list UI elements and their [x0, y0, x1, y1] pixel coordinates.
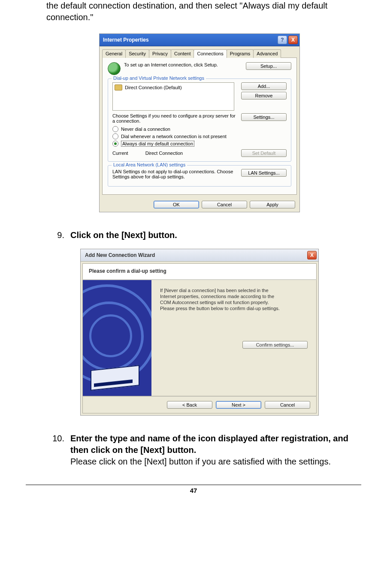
step-number: 9.	[46, 229, 70, 241]
intro-text: the default connection destination, and …	[46, 0, 353, 23]
tab-programs[interactable]: Programs	[227, 49, 254, 58]
radio-icon	[112, 126, 118, 132]
tab-privacy[interactable]: Privacy	[149, 49, 171, 58]
tab-content[interactable]: Content	[171, 49, 194, 58]
internet-properties-dialog: Internet Properties ? X General Security…	[99, 33, 300, 212]
help-button[interactable]: ?	[278, 36, 287, 44]
radio-label: Dial whenever a network connection is no…	[121, 134, 227, 139]
tab-content-panel: To set up an Internet connection, click …	[102, 57, 297, 195]
connection-icon	[115, 84, 122, 90]
dialup-legend: Dial-up and Virtual Private Network sett…	[112, 75, 206, 81]
radio-label: Always dial my default connection	[121, 141, 194, 147]
tab-security[interactable]: Security	[125, 49, 149, 58]
dialog-title: Add New Connection Wizard	[85, 252, 155, 258]
titlebar: Add New Connection Wizard X	[81, 249, 318, 262]
ok-button[interactable]: OK	[154, 201, 199, 208]
wizard-text-line: COM Autoconnect settings will not functi…	[160, 300, 308, 305]
wizard-text-line: Internet properties, connections made ac…	[160, 294, 308, 299]
tab-strip: General Security Privacy Content Connect…	[100, 46, 299, 57]
current-value: Direct Connection	[145, 151, 224, 156]
back-button[interactable]: < Back	[167, 401, 212, 409]
close-button[interactable]: X	[307, 251, 317, 259]
step-10: 10. Enter the type and name of the icon …	[46, 433, 353, 467]
wizard-content: If [Never dial a connection] has been se…	[151, 280, 316, 396]
radio-never-dial[interactable]: Never dial a connection	[112, 126, 287, 132]
lan-settings-button[interactable]: LAN Settings...	[241, 169, 287, 177]
settings-button[interactable]: Settings...	[241, 113, 287, 121]
list-item[interactable]: Direct Connection (Default)	[115, 84, 232, 90]
radio-always-dial[interactable]: Always dial my default connection	[112, 141, 287, 147]
figure-internet-properties: Internet Properties ? X General Security…	[46, 33, 353, 212]
radio-label: Never dial a connection	[121, 127, 170, 132]
next-button[interactable]: Next >	[216, 401, 261, 409]
add-connection-wizard-dialog: Add New Connection Wizard X Please confi…	[80, 249, 319, 416]
titlebar: Internet Properties ? X	[100, 34, 299, 46]
radio-dial-when-not-present[interactable]: Dial whenever a network connection is no…	[112, 133, 287, 139]
radio-icon	[112, 133, 118, 139]
setup-text: To set up an Internet connection, click …	[124, 62, 242, 67]
wizard-subtitle: Please confirm a dial-up setting	[82, 263, 317, 280]
cancel-button[interactable]: Cancel	[265, 401, 310, 409]
remove-button[interactable]: Remove	[241, 92, 287, 100]
current-label: Current	[112, 151, 128, 156]
setup-button[interactable]: Setup...	[246, 62, 291, 70]
lan-text: LAN Settings do not apply to dial-up con…	[112, 169, 238, 179]
dialog-title: Internet Properties	[103, 37, 149, 43]
radio-icon	[112, 141, 118, 147]
choose-settings-text: Choose Settings if you need to configure…	[112, 113, 238, 124]
tab-connections[interactable]: Connections	[194, 49, 227, 58]
wizard-button-row: < Back Next > Cancel	[82, 396, 317, 413]
tab-general[interactable]: General	[102, 49, 126, 58]
connection-listbox[interactable]: Direct Connection (Default)	[112, 82, 234, 111]
globe-icon	[108, 62, 121, 75]
step-9: 9. Click on the [Next] button.	[46, 229, 353, 241]
list-item-label: Direct Connection (Default)	[125, 85, 182, 90]
lan-fieldset: Local Area Network (LAN) settings LAN Se…	[108, 165, 291, 187]
page-number: 47	[0, 487, 387, 494]
set-default-button: Set Default	[241, 149, 287, 157]
footer-divider	[26, 485, 361, 485]
wizard-text-line: If [Never dial a connection] has been se…	[160, 288, 308, 293]
step-number: 10.	[46, 433, 70, 467]
dialup-fieldset: Dial-up and Virtual Private Network sett…	[108, 78, 291, 162]
wizard-art-icon	[83, 280, 151, 396]
tab-advanced[interactable]: Advanced	[253, 49, 281, 58]
step-text: Click on the [Next] button.	[70, 229, 353, 241]
step-text-plain: Please click on the [Next] button if you…	[70, 457, 331, 466]
step-text-bold: Enter the type and name of the icon disp…	[70, 434, 348, 455]
confirm-settings-button[interactable]: Confirm settings...	[242, 341, 308, 349]
lan-legend: Local Area Network (LAN) settings	[112, 162, 187, 167]
add-button[interactable]: Add...	[241, 82, 287, 90]
cancel-button[interactable]: Cancel	[202, 201, 247, 208]
dialog-button-row: OK Cancel Apply	[100, 197, 299, 212]
figure-wizard: Add New Connection Wizard X Please confi…	[46, 249, 353, 416]
close-button[interactable]: X	[288, 36, 298, 44]
wizard-body: If [Never dial a connection] has been se…	[82, 280, 317, 396]
wizard-text-line: Please press the button below to confirm…	[160, 306, 308, 311]
apply-button[interactable]: Apply	[250, 201, 295, 208]
